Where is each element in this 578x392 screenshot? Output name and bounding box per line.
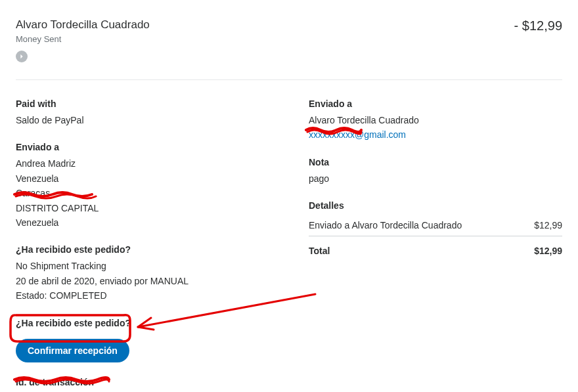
transaction-amount: - $12,99	[514, 18, 562, 33]
ship-to-name: Andrea Madriz	[16, 156, 269, 171]
detail-row: Enviado a Alvaro Tordecilla Cuadrado $12…	[309, 215, 562, 236]
sent-to-email: xxxxxxxxxx@gmail.com	[309, 127, 562, 142]
transaction-id-section: Id. de transacción 9M17702715260004	[16, 377, 269, 392]
note-section: Nota pago	[309, 157, 562, 186]
total-label: Total	[309, 246, 330, 256]
transaction-header: Alvaro Tordecilla Cuadrado Money Sent - …	[16, 18, 562, 80]
ship-to-redacted-region: DISTRITO CAPITAL	[16, 201, 269, 215]
ship-to-city: Caracas	[16, 186, 269, 200]
paid-with-heading: Paid with	[16, 98, 269, 109]
total-amount: $12,99	[534, 246, 562, 256]
ship-to-country: Venezuela	[16, 171, 269, 186]
ship-to-country2: Venezuela	[16, 215, 269, 230]
ship-to-section: Enviado a Andrea Madriz Venezuela Caraca…	[16, 142, 269, 230]
ship-to-heading: Enviado a	[16, 142, 269, 152]
details-section: Detalles Enviado a Alvaro Tordecilla Cua…	[309, 200, 562, 261]
sent-to-section: Enviado a Alvaro Tordecilla Cuadrado xxx…	[309, 98, 562, 142]
total-row: Total $12,99	[309, 236, 562, 261]
detail-amount: $12,99	[534, 220, 562, 230]
header-left: Alvaro Tordecilla Cuadrado Money Sent	[16, 18, 150, 62]
right-column: Enviado a Alvaro Tordecilla Cuadrado xxx…	[309, 98, 562, 392]
detail-label: Enviado a Alvaro Tordecilla Cuadrado	[309, 220, 462, 230]
tracking-date: 20 de abril de 2020, enviado por MANUAL	[16, 274, 269, 288]
transaction-id-heading: Id. de transacción	[16, 377, 269, 387]
received-heading-2: ¿Ha recibido este pedido?	[16, 318, 269, 328]
email-redacted-part: xxxxxxxxxx	[309, 129, 355, 140]
note-value: pago	[309, 171, 562, 186]
email-visible-suffix[interactable]: @gmail.com	[355, 129, 406, 140]
note-heading: Nota	[309, 157, 562, 167]
tracking-none: No Shipment Tracking	[16, 259, 269, 273]
sent-to-heading: Enviado a	[309, 98, 562, 109]
recipient-name: Alvaro Tordecilla Cuadrado	[16, 18, 150, 32]
details-columns: Paid with Saldo de PayPal Enviado a Andr…	[16, 80, 562, 392]
sent-to-name: Alvaro Tordecilla Cuadrado	[309, 113, 562, 127]
left-column: Paid with Saldo de PayPal Enviado a Andr…	[16, 98, 269, 392]
received-heading-1: ¿Ha recibido este pedido?	[16, 244, 269, 255]
confirm-section: ¿Ha recibido este pedido? Confirmar rece…	[16, 318, 269, 362]
expand-icon[interactable]	[16, 51, 28, 62]
paid-with-section: Paid with Saldo de PayPal	[16, 98, 269, 127]
confirm-receipt-button[interactable]: Confirmar recepción	[16, 339, 129, 362]
tracking-state: Estado: COMPLETED	[16, 288, 269, 303]
details-heading: Detalles	[309, 200, 562, 211]
tracking-section: ¿Ha recibido este pedido? No Shipment Tr…	[16, 244, 269, 303]
transaction-status: Money Sent	[16, 34, 150, 44]
paid-with-value: Saldo de PayPal	[16, 113, 269, 127]
